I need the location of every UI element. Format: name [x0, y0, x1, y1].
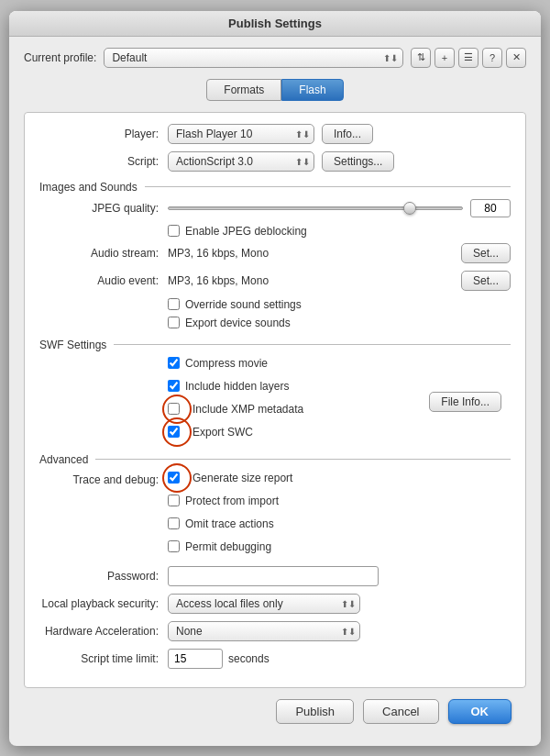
local-playback-label: Local playback security: [39, 597, 159, 610]
script-controls: ActionScript 3.0 ⬆⬇ Settings... [168, 151, 511, 172]
include-xmp-label: Include XMP metadata [192, 403, 303, 416]
compress-movie-checkbox[interactable] [168, 357, 180, 369]
swf-checkboxes-col: Compress movie Include hidden layers Inc… [168, 357, 303, 444]
enable-jpeg-row: Enable JPEG deblocking [168, 225, 511, 238]
script-time-label: Script time limit: [39, 652, 159, 665]
jpeg-quality-row: JPEG quality: [39, 199, 511, 217]
profile-icon-info[interactable]: ? [482, 48, 502, 68]
local-playback-row: Local playback security: Access local fi… [39, 594, 511, 614]
export-device-checkbox[interactable] [168, 317, 180, 328]
audio-event-label: Audio event: [39, 274, 159, 287]
trace-row: Trace and debug: Generate size report Pr… [39, 472, 511, 559]
permit-debug-checkbox[interactable] [168, 540, 180, 552]
script-label: Script: [39, 155, 159, 168]
script-select[interactable]: ActionScript 3.0 [168, 151, 314, 172]
profile-icon-delete[interactable]: ✕ [506, 48, 526, 68]
trace-label: Trace and debug: [39, 472, 159, 486]
hardware-accel-select-wrap: None Direct GPU ⬆⬇ [168, 621, 360, 641]
player-select-wrap: Flash Player 10 ⬆⬇ [168, 124, 314, 144]
override-sound-label: Override sound settings [185, 298, 302, 311]
trace-checkboxes: Generate size report Protect from import… [168, 472, 292, 559]
script-time-row: Script time limit: seconds [39, 649, 511, 669]
script-row: Script: ActionScript 3.0 ⬆⬇ Settings... [39, 151, 511, 172]
player-info-button[interactable]: Info... [322, 124, 373, 144]
enable-jpeg-checkbox[interactable] [168, 225, 180, 237]
compress-movie-row: Compress movie [168, 357, 303, 370]
include-xmp-highlight [168, 403, 180, 415]
audio-stream-value: MP3, 16 kbps, Mono [168, 247, 461, 260]
audio-event-value: MP3, 16 kbps, Mono [168, 274, 461, 287]
script-time-suffix: seconds [228, 652, 270, 665]
images-sounds-section: Images and Sounds [39, 181, 511, 194]
audio-stream-set-button[interactable]: Set... [461, 243, 511, 263]
profile-icon-menu[interactable]: ☰ [458, 48, 478, 68]
content-panel: Player: Flash Player 10 ⬆⬇ Info... Scrip… [24, 112, 526, 688]
hardware-accel-row: Hardware Acceleration: None Direct GPU ⬆… [39, 621, 511, 641]
generate-size-checkbox[interactable] [168, 472, 180, 484]
audio-event-set-button[interactable]: Set... [461, 271, 511, 291]
password-row: Password: [39, 566, 511, 586]
jpeg-quality-controls [168, 199, 511, 217]
compress-movie-label: Compress movie [185, 357, 268, 370]
title-bar: Publish Settings [9, 11, 541, 37]
include-xmp-row: Include XMP metadata [168, 403, 303, 416]
ok-button[interactable]: OK [448, 699, 512, 724]
profile-row: Current profile: Default ⬆⬇ ⇅ + ☰ ? ✕ [24, 48, 526, 68]
jpeg-quality-label: JPEG quality: [39, 202, 159, 215]
tab-formats[interactable]: Formats [206, 79, 281, 101]
publish-settings-window: Publish Settings Current profile: Defaul… [9, 11, 541, 746]
jpeg-quality-input[interactable] [470, 199, 511, 217]
include-hidden-label: Include hidden layers [185, 380, 289, 393]
export-swc-checkbox[interactable] [168, 426, 180, 438]
script-select-wrap: ActionScript 3.0 ⬆⬇ [168, 151, 314, 172]
generate-size-highlight [168, 472, 180, 484]
tab-flash[interactable]: Flash [281, 79, 343, 101]
password-label: Password: [39, 570, 159, 583]
file-info-button[interactable]: File Info... [429, 392, 501, 412]
jpeg-slider[interactable] [168, 201, 463, 216]
swf-settings-section: SWF Settings [39, 339, 511, 351]
protect-import-checkbox[interactable] [168, 495, 180, 506]
player-controls: Flash Player 10 ⬆⬇ Info... [168, 124, 511, 144]
export-swc-row: Export SWC [168, 426, 303, 439]
player-select[interactable]: Flash Player 10 [168, 124, 314, 144]
permit-debug-row: Permit debugging [168, 540, 292, 553]
slider-thumb [403, 202, 416, 215]
profile-label: Current profile: [24, 51, 96, 64]
omit-trace-checkbox[interactable] [168, 517, 180, 529]
profile-select[interactable]: Default [104, 48, 403, 68]
permit-debug-label: Permit debugging [185, 540, 271, 553]
generate-size-label: Generate size report [192, 472, 292, 484]
hardware-accel-label: Hardware Acceleration: [39, 625, 159, 638]
profile-icon-transfer[interactable]: ⇅ [411, 48, 431, 68]
protect-import-label: Protect from import [185, 495, 279, 507]
password-input[interactable] [168, 566, 379, 586]
cancel-button[interactable]: Cancel [363, 699, 438, 724]
script-time-input[interactable] [168, 649, 223, 669]
window-title: Publish Settings [228, 17, 322, 30]
audio-stream-label: Audio stream: [39, 247, 159, 260]
hardware-accel-select[interactable]: None Direct GPU [168, 621, 360, 641]
profile-icons: ⇅ + ☰ ? ✕ [411, 48, 526, 68]
include-hidden-checkbox[interactable] [168, 380, 180, 392]
profile-select-wrapper: Default ⬆⬇ [104, 48, 403, 68]
local-playback-select[interactable]: Access local files only Access network o… [168, 594, 360, 614]
profile-icon-add[interactable]: + [434, 48, 455, 68]
script-settings-button[interactable]: Settings... [322, 151, 394, 172]
generate-size-row: Generate size report [168, 472, 292, 484]
advanced-area: Trace and debug: Generate size report Pr… [39, 472, 511, 669]
advanced-section: Advanced [39, 453, 511, 466]
publish-button[interactable]: Publish [276, 699, 354, 724]
export-swc-highlight [168, 426, 180, 438]
export-swc-label: Export SWC [192, 426, 253, 439]
include-hidden-row: Include hidden layers [168, 380, 303, 393]
omit-trace-label: Omit trace actions [185, 517, 274, 530]
local-playback-select-wrap: Access local files only Access network o… [168, 594, 360, 614]
swf-checkboxes-area: Compress movie Include hidden layers Inc… [39, 357, 511, 444]
include-xmp-checkbox[interactable] [168, 403, 180, 415]
override-sound-checkbox[interactable] [168, 298, 180, 310]
protect-import-row: Protect from import [168, 495, 292, 507]
slider-track [168, 206, 463, 210]
export-device-row: Export device sounds [168, 317, 511, 329]
bottom-bar: Publish Cancel OK [24, 688, 526, 731]
